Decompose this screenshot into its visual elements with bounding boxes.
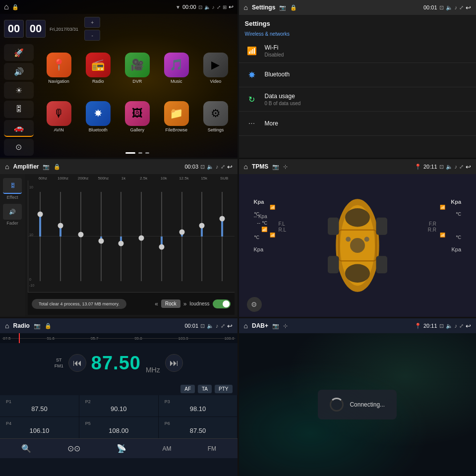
home4-icon[interactable]: ⌂ <box>244 163 248 171</box>
prev-preset-btn[interactable]: « <box>155 300 158 307</box>
wifi-title: Wi-Fi <box>265 44 471 51</box>
screen-icon: ⊡ <box>198 4 202 10</box>
apps-grid: 📍 Navigation 📻 Radio 🎥 DVR 🎵 Music ▶ Vid… <box>37 42 238 143</box>
side-btn-car[interactable]: 🚗 <box>4 120 34 137</box>
rr-c: ℃ <box>456 235 461 240</box>
settings-bluetooth[interactable]: ✵ Bluetooth <box>239 63 476 87</box>
back3-icon[interactable]: ↩ <box>227 163 233 171</box>
preset-p6[interactable]: P6 87.50 <box>159 417 238 438</box>
home3-icon[interactable]: ⌂ <box>5 163 9 171</box>
ta-tag[interactable]: TA <box>198 385 212 393</box>
settings-wifi[interactable]: 📶 Wi-Fi Disabled <box>239 39 476 63</box>
eq-slider-4[interactable] <box>111 180 131 292</box>
next-station-btn[interactable]: ⏭ <box>165 354 183 372</box>
fm-btn[interactable]: FM <box>208 445 216 452</box>
settings-data-usage[interactable]: ↻ Data usage 0 B of data used <box>239 87 476 112</box>
eq-chart: 10 10 -10 0 <box>28 180 235 293</box>
svg-point-11 <box>364 237 369 242</box>
pty-tag[interactable]: PTY <box>215 385 232 393</box>
next-preset-btn[interactable]: » <box>183 300 187 307</box>
camera5-icon: 📷 <box>34 323 41 329</box>
eq-slider-3[interactable] <box>91 180 111 292</box>
preset-p1[interactable]: P1 87.50 <box>0 395 79 416</box>
home5-icon[interactable]: ⌂ <box>5 322 9 330</box>
prev-station-btn[interactable]: ⏮ <box>68 354 86 372</box>
side-btn-menu[interactable]: ⊙ <box>4 139 34 156</box>
back5-icon[interactable]: ↩ <box>227 322 233 330</box>
app-music[interactable]: 🎵 Music <box>158 45 195 92</box>
app-avin[interactable]: 🎙 AVIN <box>40 94 77 140</box>
freq-unit: MHz <box>146 366 160 374</box>
dvr-label: DVR <box>132 79 142 84</box>
eq-slider-0[interactable] <box>30 180 51 292</box>
app-radio[interactable]: 📻 Radio <box>79 45 117 92</box>
video-icon: ▶ <box>203 53 228 77</box>
antenna-icon[interactable]: 📡 <box>117 444 126 453</box>
dot-3[interactable] <box>145 152 149 154</box>
eq-labels: 60hz 100hz 200hz 500hz 1k 2.5k 10k 12.5k… <box>28 176 235 180</box>
music2-icon: ♪ <box>455 4 458 10</box>
preset-p4[interactable]: P4 106.10 <box>0 417 79 438</box>
vol-down-btn[interactable]: - <box>84 30 100 41</box>
fader-btn[interactable]: 🔊 Fader <box>2 204 22 226</box>
settings-topbar-title: Settings <box>252 4 275 11</box>
eq-area: 60hz 100hz 200hz 500hz 1k 2.5k 10k 12.5k… <box>25 174 238 317</box>
fl-signal-icon: 📶 <box>261 227 267 232</box>
dot-1[interactable] <box>125 152 135 154</box>
settings-more[interactable]: ··· More <box>239 112 476 136</box>
back2-icon[interactable]: ↩ <box>466 4 471 11</box>
effect-btn[interactable]: 🎛 Effect <box>2 178 22 200</box>
app-bluetooth[interactable]: ✵ Bluetooth <box>79 94 117 140</box>
side-btn-brightness[interactable]: ☀ <box>4 82 34 99</box>
home-icon[interactable]: ⌂ <box>244 3 248 11</box>
preset-rock-btn[interactable]: Rock <box>161 299 180 308</box>
back6-icon[interactable]: ↩ <box>466 322 471 330</box>
search-radio-icon[interactable]: 🔍 <box>21 444 31 453</box>
back-icon[interactable]: ↩ <box>229 3 234 10</box>
af-tag[interactable]: AF <box>180 385 195 393</box>
side-btn-volume[interactable]: 🔊 <box>4 63 34 80</box>
eq-slider-6[interactable] <box>152 180 172 292</box>
side-btn-rocket[interactable]: 🚀 <box>4 44 34 61</box>
eq-slider-5[interactable] <box>131 180 152 292</box>
expand3-icon: ⤢ <box>221 164 225 170</box>
amp-sidebar: 🎛 Effect 🔊 Fader <box>0 174 25 317</box>
eq-slider-7[interactable] <box>172 180 192 292</box>
frequency-bar[interactable]: 87.5 91.6 95.7 99.8 103.9 108.0 <box>0 333 238 343</box>
rr-sig: 📶 <box>440 233 445 238</box>
tpms-settings-btn[interactable]: ⚙ <box>247 297 262 312</box>
home-icon[interactable]: ⌂ <box>4 2 9 11</box>
preset-p2[interactable]: P2 90.10 <box>79 395 158 416</box>
home-screen: ⌂ 🔒 ▼ 00:00 ⊡ 🔈 ♪ ⤢ ⊞ ↩ 00 00 Fri,2017/0… <box>0 0 238 158</box>
dot-2[interactable] <box>138 152 142 154</box>
app-settings[interactable]: ⚙ Settings <box>197 94 234 140</box>
side-btn-eq[interactable]: 🎛 <box>4 101 34 118</box>
preset-p3[interactable]: P3 98.10 <box>159 395 238 416</box>
vol-up-btn[interactable]: + <box>84 17 100 28</box>
more-icon: ··· <box>245 117 259 130</box>
eq-slider-9[interactable] <box>212 180 233 292</box>
loudness-toggle[interactable] <box>213 299 231 308</box>
presets-grid: P1 87.50 P2 90.10 P3 98.10 P4 106.10 P5 … <box>0 395 238 438</box>
rl-sig: 📶 <box>270 233 275 238</box>
svg-rect-5 <box>328 218 339 235</box>
eq-label-2.5k: 2.5k <box>133 176 154 180</box>
app-gallery[interactable]: 🖼 Gallery <box>119 94 156 140</box>
bluetooth-radio-icon[interactable]: ⊙⊙ <box>67 444 80 453</box>
preset-p5[interactable]: P5 108.00 <box>79 417 158 438</box>
vol3-icon: 🔈 <box>207 164 214 170</box>
eq-slider-8[interactable] <box>192 180 212 292</box>
home6-icon[interactable]: ⌂ <box>244 322 248 330</box>
gallery-label: Gallery <box>130 127 144 132</box>
am-btn[interactable]: AM <box>163 445 172 452</box>
volume-controls: + - <box>84 17 100 41</box>
app-video[interactable]: ▶ Video <box>197 45 234 92</box>
app-filebrowse[interactable]: 📁 FileBrowse <box>158 94 195 140</box>
rl-label: R.L <box>279 227 287 233</box>
app-dvr[interactable]: 🎥 DVR <box>119 45 156 92</box>
app-navigation[interactable]: 📍 Navigation <box>40 45 77 92</box>
eq-slider-1[interactable] <box>51 180 71 292</box>
back4-icon[interactable]: ↩ <box>466 163 471 171</box>
eq-slider-2[interactable] <box>71 180 91 292</box>
hour-display: 00 <box>4 20 24 38</box>
